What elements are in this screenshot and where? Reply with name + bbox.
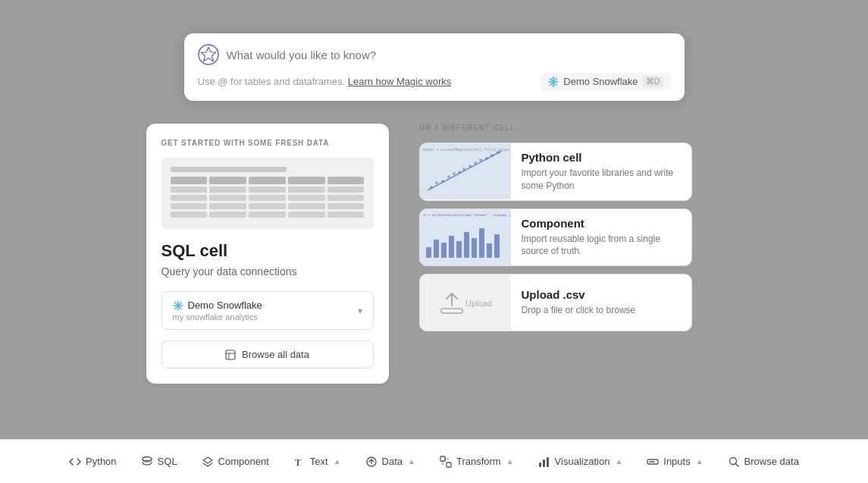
svg-rect-39 — [456, 241, 462, 258]
toolbar-inputs-label: Inputs — [663, 456, 690, 467]
toolbar-visualization[interactable]: Visualization ▲ — [526, 450, 635, 474]
svg-rect-36 — [434, 240, 439, 258]
svg-text:T: T — [295, 457, 301, 468]
upload-icon-large — [438, 289, 465, 316]
toolbar-sql-label: SQL — [158, 456, 177, 467]
toolbar-component[interactable]: Component — [190, 450, 281, 474]
toolbar-visualization-label: Visualization — [555, 456, 610, 467]
transform-icon — [440, 456, 452, 468]
layers-icon — [202, 456, 214, 468]
svg-rect-37 — [441, 243, 447, 258]
svg-line-62 — [735, 463, 738, 466]
python-cell-desc: Import your favorite libraries and write… — [522, 167, 684, 193]
toolbar-component-label: Component — [218, 456, 269, 467]
toolbar-text[interactable]: T Text ▲ — [281, 450, 353, 474]
svg-point-47 — [143, 456, 152, 460]
chart-icon — [538, 456, 550, 468]
svg-rect-35 — [426, 247, 431, 258]
toolbar-sql[interactable]: SQL — [129, 450, 190, 474]
python-thumb: model = LinearRegression().fit(X_train_d… — [420, 143, 511, 199]
inputs-caret: ▲ — [696, 457, 703, 466]
component-desc: Import reusable logic from a single sour… — [522, 233, 684, 259]
magic-hint: Use @ for tables and dataframes. Learn h… — [198, 76, 452, 87]
browse-icon — [728, 456, 740, 468]
component-title: Component — [522, 217, 684, 230]
svg-rect-57 — [543, 459, 545, 467]
upload-label: Upload — [465, 299, 492, 308]
badge-label: Demo Snowflake — [563, 76, 638, 87]
toolbar-python[interactable]: Python — [57, 450, 128, 474]
badge-shortcut: ⌘D — [643, 76, 663, 87]
connection-sub-text: my snowflake analytics — [173, 312, 262, 321]
python-cell-title: Python cell — [522, 151, 684, 164]
learn-magic-link[interactable]: Learn how Magic works — [348, 76, 452, 87]
python-preview-svg: model = LinearRegression().fit(X_train_d… — [420, 143, 511, 199]
svg-rect-14 — [226, 350, 235, 359]
toolbar-transform[interactable]: Transform ▲ — [428, 450, 526, 474]
viz-caret: ▲ — [615, 457, 622, 466]
snowflake-icon — [548, 77, 559, 87]
svg-point-20 — [435, 181, 438, 184]
component-preview-svg: if = qk.Reformulate(column('channel', st… — [420, 209, 511, 265]
browse-all-data-button[interactable]: Browse all data — [161, 340, 374, 369]
database-icon — [141, 456, 153, 468]
svg-point-23 — [453, 172, 456, 175]
magic-icon — [198, 44, 219, 65]
toolbar-inputs[interactable]: Inputs ▲ — [635, 450, 715, 474]
toolbar-python-label: Python — [86, 456, 116, 467]
component-thumb: if = qk.Reformulate(column('channel', st… — [420, 209, 511, 265]
upload-csv-desc: Drop a file or click to browse — [522, 304, 636, 317]
svg-rect-53 — [447, 463, 451, 467]
svg-rect-58 — [547, 457, 549, 467]
magic-input[interactable] — [227, 49, 671, 61]
svg-rect-52 — [440, 456, 445, 461]
sql-cell-panel: GET STARTED WITH SOME FRESH DATA — [146, 124, 389, 384]
snowflake-icon-connection — [173, 300, 183, 311]
svg-rect-43 — [487, 243, 492, 258]
connection-name-text: Demo Snowflake — [188, 300, 262, 311]
inputs-icon — [647, 456, 659, 468]
toolbar-text-label: Text — [310, 456, 328, 467]
alternative-cells-panel: OR A DIFFERENT CELL... model = LinearReg… — [419, 124, 692, 339]
transform-caret: ▲ — [506, 457, 514, 466]
bottom-toolbar: Python SQL Component T Text ▲ Data — [0, 439, 868, 483]
toolbar-transform-label: Transform — [456, 456, 501, 467]
upload-csv-option[interactable]: Upload Upload .csv Drop a file or click … — [419, 274, 692, 331]
data-caret: ▲ — [408, 457, 415, 466]
code-icon — [69, 456, 81, 468]
text-caret: ▲ — [334, 457, 341, 466]
component-option[interactable]: if = qk.Reformulate(column('channel', st… — [419, 209, 692, 267]
svg-rect-40 — [464, 232, 469, 258]
sql-cell-desc: Query your data connections — [161, 265, 374, 278]
svg-marker-1 — [201, 47, 216, 61]
browse-btn-label: Browse all data — [242, 349, 309, 360]
browse-icon — [225, 350, 236, 360]
text-icon: T — [293, 456, 306, 468]
svg-rect-42 — [479, 228, 484, 258]
connection-selector[interactable]: Demo Snowflake my snowflake analytics ▾ — [161, 291, 374, 330]
demo-snowflake-badge[interactable]: Demo Snowflake ⌘D — [541, 73, 670, 90]
toolbar-browse-data[interactable]: Browse data — [716, 450, 811, 474]
svg-text:if = qk.Reformulate(column('ch: if = qk.Reformulate(column('channel', st… — [423, 213, 511, 217]
svg-rect-38 — [449, 236, 454, 258]
svg-rect-56 — [539, 463, 541, 467]
toolbar-data-label: Data — [382, 456, 403, 467]
svg-marker-48 — [203, 457, 212, 463]
svg-rect-44 — [494, 234, 500, 258]
upload-thumb: Upload — [420, 274, 511, 331]
chevron-down-icon: ▾ — [358, 306, 362, 316]
toolbar-browse-data-label: Browse data — [744, 456, 799, 467]
sql-preview-thumb — [161, 158, 374, 229]
svg-point-22 — [447, 175, 450, 178]
python-cell-option[interactable]: model = LinearRegression().fit(X_train_d… — [419, 143, 692, 201]
right-section-label: OR A DIFFERENT CELL... — [419, 124, 692, 132]
magic-search-bar: Use @ for tables and dataframes. Learn h… — [184, 33, 685, 101]
toolbar-data[interactable]: Data ▲ — [353, 450, 428, 474]
upload-icon — [365, 456, 378, 468]
upload-csv-title: Upload .csv — [522, 288, 636, 301]
sql-cell-title: SQL cell — [161, 241, 374, 261]
left-section-label: GET STARTED WITH SOME FRESH DATA — [161, 139, 374, 147]
svg-rect-45 — [441, 309, 462, 313]
svg-rect-41 — [472, 238, 477, 258]
